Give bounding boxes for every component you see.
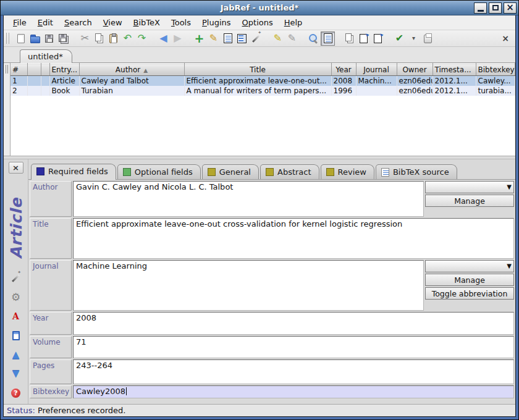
cell[interactable]: 1 [11, 76, 27, 86]
column-header-author[interactable]: Author▲ [79, 64, 184, 76]
column-header-timesta[interactable]: Timesta... [432, 64, 476, 76]
maximize-button[interactable] [489, 2, 502, 14]
cut-icon[interactable]: ✂ [78, 32, 92, 46]
column-header-title[interactable]: Title [184, 64, 331, 76]
toggle-preview-icon[interactable] [321, 32, 335, 46]
close-button[interactable]: × [504, 2, 517, 14]
editor-tab-bibtex-source[interactable]: BibTeX source [376, 164, 457, 179]
cell[interactable]: Machin... [356, 76, 397, 86]
cell[interactable]: 1996 [331, 86, 356, 96]
editor-tab-optional-fields[interactable]: Optional fields [117, 164, 201, 179]
move-up-icon[interactable]: ▲ [9, 348, 23, 361]
column-header-entry[interactable]: Entry... [49, 64, 79, 76]
field-input-volume[interactable]: 71 [73, 336, 514, 358]
forward-icon[interactable]: ▶ [171, 32, 185, 46]
push-to-application-icon[interactable] [357, 32, 371, 46]
sidepane-splitter[interactable] [4, 63, 11, 156]
column-header-icon2[interactable] [41, 64, 49, 76]
cell[interactable]: Cawley... [476, 76, 515, 86]
cell[interactable]: 2012.1... [432, 86, 476, 96]
preview-document-icon[interactable] [221, 32, 235, 46]
database-tab-untitled[interactable]: untitled* [20, 49, 72, 63]
cell[interactable]: Cawley and Talbot [79, 76, 184, 86]
editor-tab-required-fields[interactable]: Required fields [31, 164, 116, 180]
cell[interactable]: Article [49, 76, 79, 86]
cell[interactable] [27, 86, 41, 96]
column-header-journal[interactable]: Journal [356, 64, 397, 76]
cell[interactable] [41, 86, 49, 96]
new-database-icon[interactable] [14, 32, 28, 46]
column-header-[interactable]: # [11, 64, 27, 76]
cleanup-wand-icon[interactable] [249, 32, 263, 46]
cell[interactable] [27, 76, 41, 86]
field-input-title[interactable]: Efficient approximate leave-one-out cros… [73, 218, 514, 259]
copy-icon[interactable] [92, 32, 106, 46]
search-icon[interactable] [306, 32, 321, 46]
wand-icon[interactable] [9, 272, 23, 284]
paste-icon[interactable] [106, 32, 120, 46]
editor-tab-review[interactable]: Review [321, 164, 374, 179]
undo-icon[interactable]: ↶ [120, 32, 135, 46]
toolbar-drag-handle[interactable] [6, 33, 9, 44]
column-header-bibtexkey[interactable]: Bibtexkey [476, 64, 515, 76]
menu-bibtex[interactable]: BibTeX [128, 17, 166, 28]
menu-file[interactable]: File [7, 17, 32, 28]
manage-button[interactable]: Manage [425, 195, 514, 207]
cell[interactable]: 2012.1... [432, 76, 476, 86]
pdf-icon[interactable]: A [9, 310, 23, 322]
move-down-icon[interactable]: ▼ [9, 368, 23, 380]
mark-entries-icon[interactable]: ✎ [271, 32, 285, 46]
cell[interactable]: 2 [11, 86, 27, 96]
field-input-bibtexkey[interactable]: Cawley2008 [73, 385, 514, 398]
title-bar[interactable]: JabRef - untitled* × [1, 1, 518, 15]
cell[interactable] [356, 86, 397, 96]
menu-options[interactable]: Options [237, 17, 279, 28]
field-input-journal[interactable]: Machine Learning [73, 260, 424, 311]
column-header-year[interactable]: Year [331, 64, 356, 76]
column-header-icon1[interactable] [27, 64, 41, 76]
unmark-entries-icon[interactable]: ✎ [285, 32, 299, 46]
save-database-icon[interactable] [42, 32, 56, 46]
cell[interactable]: Efficient approximate leave-one-out... [184, 76, 331, 86]
field-input-author[interactable]: Gavin C. Cawley and Nicola L. C. Talbot [73, 181, 424, 217]
author-dropdown[interactable]: ▼ [425, 181, 514, 193]
edit-entry-icon[interactable]: ✎ [206, 32, 221, 46]
back-icon[interactable]: ◀ [156, 32, 171, 46]
cell[interactable]: 2008 [331, 76, 356, 86]
cell[interactable]: turabia... [476, 86, 515, 96]
minimize-button[interactable] [474, 2, 487, 14]
redo-icon[interactable]: ↷ [135, 32, 149, 46]
manage-button[interactable]: Manage [425, 274, 514, 286]
table-row[interactable]: 2BookTurabianA manual for writers of ter… [11, 86, 515, 96]
table-row[interactable]: 1ArticleCawley and TalbotEfficient appro… [11, 76, 515, 86]
menu-plugins[interactable]: Plugins [196, 17, 237, 28]
editor-tab-general[interactable]: General [202, 164, 259, 179]
entry-editor-close-button[interactable]: × [9, 162, 23, 174]
column-header-owner[interactable]: Owner [397, 64, 432, 76]
push-dropdown-arrow-icon[interactable]: ▾ [407, 32, 421, 46]
toolbar-close-icon[interactable]: × [499, 33, 512, 43]
cell[interactable] [41, 76, 49, 86]
push-to-editor-icon[interactable] [371, 32, 385, 46]
save-all-icon[interactable] [56, 32, 70, 46]
toggle-abbreviation-button[interactable]: Toggle abbreviation [425, 287, 514, 300]
field-input-year[interactable]: 2008 [73, 312, 514, 335]
menu-edit[interactable]: Edit [32, 17, 59, 28]
document-icon[interactable] [9, 329, 23, 342]
cell[interactable]: ezn06edu [397, 76, 432, 86]
copy-citation-icon[interactable] [342, 32, 357, 46]
menu-help[interactable]: Help [279, 17, 308, 28]
edit-strings-icon[interactable] [235, 32, 249, 46]
menu-tools[interactable]: Tools [166, 17, 196, 28]
menu-view[interactable]: View [98, 17, 128, 28]
cell[interactable]: A manual for writers of term papers... [184, 86, 331, 96]
open-database-icon[interactable] [28, 32, 42, 46]
cell[interactable]: ezn06edu [397, 86, 432, 96]
cell[interactable]: Book [49, 86, 79, 96]
help-icon[interactable]: ? [9, 387, 23, 399]
menu-search[interactable]: Search [59, 17, 98, 28]
field-input-pages[interactable]: 243--264 [73, 359, 514, 384]
export-icon[interactable] [421, 32, 435, 46]
openoffice-push-icon[interactable]: ✔ [392, 32, 407, 46]
gear-icon[interactable]: ⚙ [9, 291, 23, 303]
